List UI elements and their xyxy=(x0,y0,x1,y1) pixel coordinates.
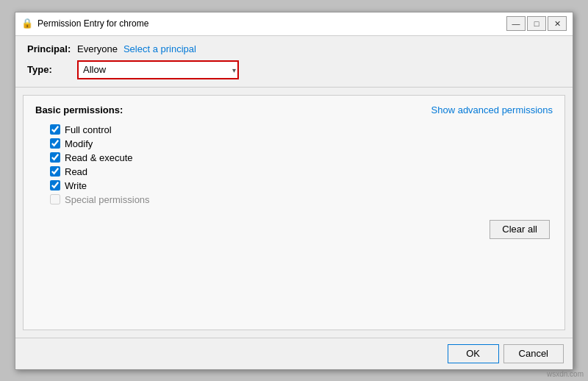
principal-label: Principal: xyxy=(27,43,71,54)
watermark: wsxdn.com xyxy=(547,370,584,378)
special-checkbox xyxy=(50,194,60,204)
permission-item-fullcontrol: Full control xyxy=(50,124,553,135)
fullcontrol-label: Full control xyxy=(65,124,112,135)
close-button[interactable]: ✕ xyxy=(548,16,567,31)
write-checkbox[interactable] xyxy=(50,180,60,190)
form-section: Principal: Everyone Select a principal T… xyxy=(15,36,573,88)
fullcontrol-checkbox[interactable] xyxy=(50,124,60,135)
title-bar: 🔒 Permission Entry for chrome — □ ✕ xyxy=(15,13,573,36)
minimize-button[interactable]: — xyxy=(506,16,526,31)
title-bar-buttons: — □ ✕ xyxy=(506,16,567,31)
permissions-list: Full control Modify Read & execute Read xyxy=(35,124,553,205)
window-title: Permission Entry for chrome xyxy=(37,18,148,29)
principal-row: Principal: Everyone Select a principal xyxy=(27,43,561,54)
clear-all-wrapper: Clear all xyxy=(35,220,553,239)
basic-permissions-label: Basic permissions: xyxy=(35,104,123,115)
write-label: Write xyxy=(65,180,87,191)
permissions-header: Basic permissions: Show advanced permiss… xyxy=(35,104,553,115)
readexecute-label: Read & execute xyxy=(65,152,133,163)
window-body: Principal: Everyone Select a principal T… xyxy=(15,36,573,369)
type-select-wrapper: Allow Deny ▾ xyxy=(77,60,239,79)
main-content: Basic permissions: Show advanced permiss… xyxy=(23,95,565,330)
permission-item-readexecute: Read & execute xyxy=(50,152,553,163)
clear-all-button[interactable]: Clear all xyxy=(490,220,550,239)
type-label: Type: xyxy=(27,64,71,75)
type-row: Type: Allow Deny ▾ xyxy=(27,60,561,79)
cancel-button[interactable]: Cancel xyxy=(503,344,564,363)
read-label: Read xyxy=(65,166,87,177)
permission-item-read: Read xyxy=(50,166,553,177)
read-checkbox[interactable] xyxy=(50,166,60,177)
permission-item-write: Write xyxy=(50,180,553,191)
special-label: Special permissions xyxy=(65,194,150,205)
dialog-window: 🔒 Permission Entry for chrome — □ ✕ Prin… xyxy=(15,12,573,370)
maximize-button[interactable]: □ xyxy=(527,16,546,31)
ok-button[interactable]: OK xyxy=(448,344,499,363)
readexecute-checkbox[interactable] xyxy=(50,152,60,163)
permission-item-modify: Modify xyxy=(50,138,553,149)
window-icon: 🔒 xyxy=(21,18,33,29)
select-principal-link[interactable]: Select a principal xyxy=(123,43,196,54)
show-advanced-link[interactable]: Show advanced permissions xyxy=(431,104,553,115)
permission-item-special: Special permissions xyxy=(50,194,553,205)
footer: OK Cancel xyxy=(15,338,573,369)
principal-value: Everyone xyxy=(77,43,118,54)
modify-checkbox[interactable] xyxy=(50,138,60,149)
type-select[interactable]: Allow Deny xyxy=(77,60,239,79)
title-bar-left: 🔒 Permission Entry for chrome xyxy=(21,18,148,29)
modify-label: Modify xyxy=(65,138,93,149)
